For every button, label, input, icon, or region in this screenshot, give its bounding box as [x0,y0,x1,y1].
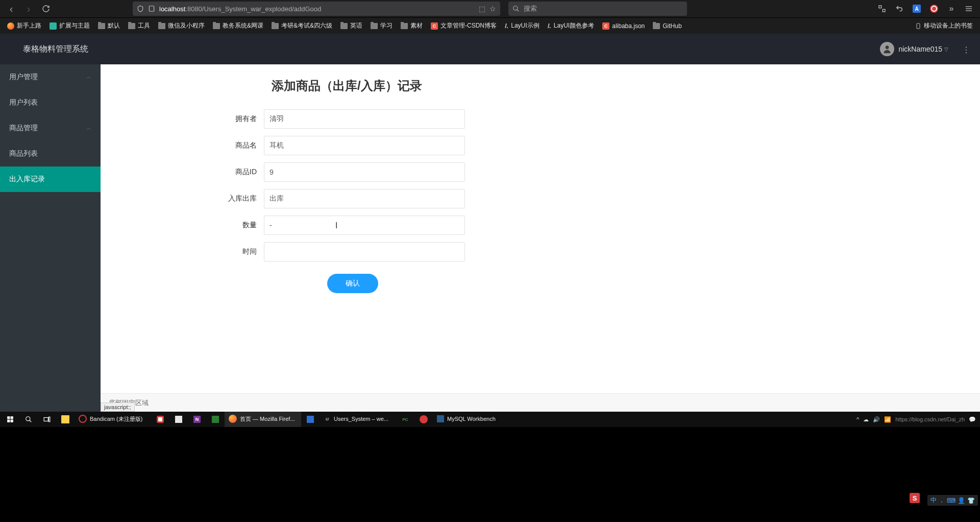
svg-rect-17 [49,417,50,421]
form-row-inout: 入库出库 [101,189,980,208]
taskbar-app[interactable] [169,412,188,427]
back-button[interactable] [4,2,18,16]
mobile-icon [915,22,921,30]
url-text: localhost:8080/Users_System_war_exploded… [159,5,321,13]
taskbar-app[interactable]: Bandicam (未注册版) [75,412,151,427]
bookmark-item[interactable]: 英语 [337,19,365,32]
netease-icon[interactable] [927,2,941,16]
tray-watermark: https://blog.csdn.net/Dai_zh [895,416,965,422]
firefox-icon [229,415,237,423]
screenshot-icon[interactable] [875,2,889,16]
notification-icon[interactable]: 💬 [969,416,976,423]
sidebar-item-inout[interactable]: 出入库记录 [0,167,101,192]
hamburger-menu-icon[interactable] [962,2,976,16]
start-button[interactable] [1,412,19,427]
app-title: 泰格物料管理系统 [10,44,101,55]
taskbar: Bandicam (未注册版) N 首页 — Mozilla Firef... … [0,412,980,427]
taskbar-app[interactable] [206,412,225,427]
svg-rect-13 [11,420,13,422]
bookmark-item[interactable]: l.LayUI颜色参考 [545,19,598,32]
browser-search[interactable]: 搜索 [508,2,687,16]
username[interactable]: nickName015 [898,45,942,53]
bookmark-overflow[interactable]: 移动设备上的书签 [912,19,976,32]
bookmark-item[interactable]: 扩展与主题 [46,19,93,32]
input-time[interactable] [264,242,465,262]
qr-icon[interactable]: ⬚ [479,5,485,13]
sidebar-group-goods[interactable]: 商品管理 ︿ [0,115,101,141]
form-row-goodid: 商品ID [101,162,980,182]
search-button[interactable] [19,412,38,427]
taskbar-app[interactable] [301,412,320,427]
input-goodid[interactable] [264,162,465,182]
csdn-icon: C [602,22,609,30]
person-icon[interactable]: 👤 [958,497,965,504]
search-icon [512,5,520,12]
overflow-icon[interactable]: » [944,2,959,16]
label-owner: 拥有者 [101,114,264,124]
submit-button[interactable]: 确认 [327,274,378,293]
bookmark-item[interactable]: l.LayUI示例 [502,19,543,32]
bookmark-item[interactable]: 教务系统&网课 [210,19,266,32]
layui-icon: l. [505,22,508,30]
folder-icon [158,23,165,29]
more-icon[interactable]: ⋯ [962,45,971,53]
bookmark-item[interactable]: 新手上路 [4,19,44,32]
svg-rect-0 [149,6,154,12]
svg-rect-3 [879,6,881,8]
taskbar-app-mysql[interactable]: MySQL Workbench [433,412,509,427]
input-name[interactable] [264,136,465,155]
chevron-down-icon[interactable]: ▽ [944,46,948,52]
bookmark-item[interactable]: 工具 [125,19,153,32]
bookmark-item[interactable]: 学习 [368,19,396,32]
sidebar-group-user[interactable]: 用户管理 ︿ [0,64,101,90]
taskbar-app-firefox[interactable]: 首页 — Mozilla Firef... [225,412,301,427]
svg-rect-4 [883,9,885,12]
input-qty[interactable] [264,216,465,235]
bookmark-item[interactable]: GitHub [650,20,684,32]
tray-chevron-icon[interactable]: ^ [856,416,859,422]
sidebar-item-userlist[interactable]: 用户列表 [0,90,101,115]
label-time: 时间 [101,247,264,256]
extension-icon [50,22,57,30]
taskbar-app-intellij[interactable]: IJUsers_System – we... [320,412,396,427]
bookmark-item[interactable]: 素材 [398,19,426,32]
reload-button[interactable] [39,2,53,16]
bookmark-item[interactable]: 微信及小程序 [155,19,208,32]
svg-point-1 [513,6,518,10]
shirt-icon[interactable]: 👕 [967,497,975,504]
input-owner[interactable] [264,109,465,129]
ime-toolbar[interactable]: 中 ， ⌨ 👤 👕 [927,495,978,506]
bookmark-item[interactable]: Calibaba.json [599,20,648,32]
translate-icon[interactable]: A [910,2,924,16]
onedrive-icon[interactable]: ☁ [863,416,869,423]
page-title: 添加商品（出库/入库）记录 [272,78,980,94]
taskbar-app[interactable]: N [188,412,206,427]
input-inout[interactable] [264,189,465,208]
keyboard-icon[interactable]: ⌨ [947,497,955,504]
sidebar-item-goodslist[interactable]: 商品列表 [0,141,101,167]
ime-badge[interactable]: S [905,490,924,506]
taskview-button[interactable] [38,412,56,427]
volume-icon[interactable]: 🔊 [873,416,880,423]
url-bar[interactable]: localhost:8080/Users_System_war_exploded… [133,2,500,16]
folder-icon [401,23,408,29]
app-icon [157,416,164,423]
taskbar-app[interactable]: PC [396,412,414,427]
wifi-icon[interactable]: 📶 [884,416,891,423]
undo-icon[interactable] [892,2,906,16]
explorer-icon[interactable] [56,412,75,427]
system-tray[interactable]: ^ ☁ 🔊 📶 https://blog.csdn.net/Dai_zh 💬 [853,416,979,423]
sidebar-group-label: 用户管理 [9,73,38,82]
avatar[interactable] [880,42,894,56]
taskbar-app[interactable] [151,412,169,427]
label-goodid: 商品ID [101,168,264,177]
bookmark-item[interactable]: 默认 [95,19,123,32]
svg-rect-8 [917,23,920,29]
form-row-name: 商品名 [101,136,980,155]
taskbar-app[interactable] [414,412,433,427]
forward-button[interactable] [21,2,36,16]
browser-toolbar: localhost:8080/Users_System_war_exploded… [0,0,980,17]
bookmark-item[interactable]: 考研&考试&四六级 [268,19,335,32]
bookmark-star-icon[interactable]: ☆ [489,5,496,13]
bookmark-item[interactable]: C文章管理-CSDN博客 [428,19,500,32]
